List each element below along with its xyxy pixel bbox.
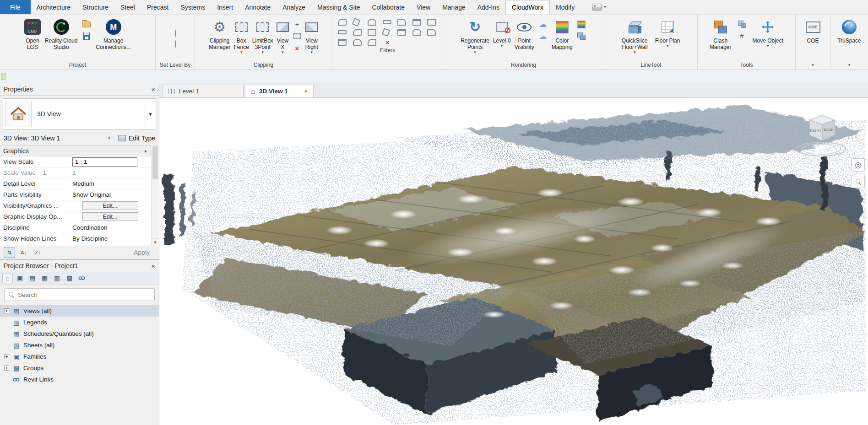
ribbon-tab-view[interactable]: View — [411, 0, 436, 14]
fitting-icon[interactable] — [397, 19, 406, 26]
fitting-icon[interactable] — [368, 39, 376, 46]
floor-plan-button[interactable]: Floor Plan ▾ — [654, 16, 682, 49]
fitting-icon[interactable] — [412, 29, 421, 36]
3d-viewport[interactable]: RIGHT BACK ◎ — [159, 98, 868, 425]
fitting-icon[interactable] — [353, 29, 362, 36]
view-tab-3d-view-1[interactable]: ⌂ 3D View 1 × — [245, 85, 314, 97]
expand-icon[interactable] — [4, 354, 9, 359]
section-header-graphics[interactable]: Graphics ▲ — [0, 145, 151, 156]
limitbox-3point-button[interactable]: LimitBox 3Point ▾ — [251, 16, 275, 56]
browser-search-box[interactable] — [4, 288, 155, 301]
tools-grid-button[interactable]: # — [737, 32, 747, 41]
group-list-button[interactable]: ▩ — [64, 274, 75, 283]
sort-ascending-button[interactable]: A↓ — [18, 247, 29, 258]
move-object-button[interactable]: Move Object ▾ — [751, 16, 785, 49]
chevron-down-icon[interactable]: ▾ — [145, 99, 156, 129]
home-view-button[interactable]: ⌂ — [2, 274, 13, 283]
ribbon-tab-manage[interactable]: Manage — [436, 0, 472, 14]
group-label-linetool[interactable]: LineTool — [604, 60, 697, 70]
search-input[interactable] — [18, 291, 150, 298]
fitting-delete-button[interactable]: × — [383, 39, 393, 46]
ribbon-tab-cloudworx[interactable]: CloudWorx — [505, 0, 550, 14]
ribbon-tab-precast[interactable]: Precast — [141, 0, 174, 14]
tree-item-families[interactable]: ▣ Families — [0, 351, 159, 362]
clipping-manager-button[interactable]: ⚙ Clipping Manager — [207, 16, 232, 52]
fitting-icon[interactable] — [382, 28, 390, 37]
reality-cloud-studio-button[interactable]: Reality Cloud Studio — [43, 16, 79, 52]
tree-item-views[interactable]: ▤ Views (all) — [0, 305, 159, 317]
instance-selector[interactable]: 3D View: 3D View 1 — [4, 134, 105, 142]
sheet-list-button[interactable]: ▥ — [52, 274, 62, 283]
close-icon[interactable]: × — [151, 86, 155, 93]
visibility-graphics-edit-button[interactable]: Edit... — [82, 201, 138, 210]
fitting-icon[interactable] — [338, 19, 347, 26]
clip-remove-button[interactable]: × — [292, 43, 302, 53]
ribbon-tab-systems[interactable]: Systems — [174, 0, 211, 14]
ribbon-tab-modify[interactable]: Modify — [550, 0, 580, 14]
level-0-button[interactable]: Level 0 ▾ — [492, 16, 512, 49]
group-label-project[interactable]: Project — [0, 60, 155, 70]
close-icon[interactable]: × — [151, 262, 155, 270]
point-cloud-option-button[interactable]: ☁ — [538, 32, 548, 41]
fitting-icon[interactable] — [353, 39, 362, 46]
apply-button[interactable]: Apply — [128, 248, 155, 257]
parts-visibility-value[interactable]: Show Original — [69, 189, 151, 200]
open-project-button[interactable] — [81, 20, 92, 29]
scroll-down-icon[interactable]: ▼ — [152, 238, 159, 246]
clip-box-small-button[interactable] — [292, 32, 302, 41]
group-label-fitters[interactable]: Fitters — [332, 46, 443, 55]
scrollbar-thumb[interactable] — [152, 146, 158, 179]
view-x-button[interactable]: View X ▾ — [275, 16, 290, 56]
clip-add-button[interactable]: + — [292, 20, 302, 29]
edit-type-button[interactable]: Edit Type — [114, 134, 155, 142]
expand-all-button[interactable]: ▣ — [15, 274, 25, 283]
group-label-set-level-by[interactable]: Set Level By — [156, 60, 195, 70]
properties-scrollbar[interactable]: ▼ — [151, 145, 159, 246]
detail-level-value[interactable]: Medium — [69, 178, 151, 189]
render-option-button[interactable] — [576, 32, 586, 41]
set-level-sphere-small-button[interactable] — [175, 40, 176, 48]
fitting-icon[interactable] — [338, 39, 347, 46]
open-lgs-button[interactable]: LGS Open LGS — [23, 16, 42, 52]
collapse-section-icon[interactable]: ▲ — [143, 148, 148, 153]
tree-item-sheets[interactable]: ▧ Sheets (all) — [0, 339, 159, 351]
view-scale-input[interactable] — [72, 157, 137, 167]
point-cloud-option-button[interactable]: ☁ — [538, 20, 548, 29]
fitting-icon[interactable] — [412, 19, 421, 26]
box-fence-button[interactable]: Box Fence ▾ — [232, 16, 250, 56]
fitting-icon[interactable] — [338, 30, 347, 34]
viewcube[interactable]: RIGHT BACK — [792, 110, 852, 161]
close-tab-icon[interactable]: × — [304, 88, 308, 95]
color-mapping-button[interactable]: Color Mapping — [550, 16, 574, 52]
ribbon-tab-annotate[interactable]: Annotate — [239, 0, 277, 14]
tree-item-legends[interactable]: ▥ Legends — [0, 317, 159, 328]
expand-icon[interactable] — [4, 308, 9, 313]
ribbon-tab-structure[interactable]: Structure — [76, 0, 114, 14]
view-right-button[interactable]: View Right ▾ — [304, 16, 320, 56]
group-label-tools[interactable]: Tools — [698, 60, 795, 70]
discipline-value[interactable]: Coordination — [69, 222, 151, 233]
graphic-display-edit-button[interactable]: Edit... — [82, 212, 138, 221]
quickslice-floor-wall-button[interactable]: QuickSlice Floor+Wall ▾ — [620, 16, 649, 56]
ribbon-tab-analyze[interactable]: Analyze — [277, 0, 311, 14]
ribbon-tab-insert[interactable]: Insert — [211, 0, 239, 14]
file-menu-button[interactable]: File — [0, 0, 31, 14]
show-hidden-lines-value[interactable]: By Discipline — [69, 233, 151, 244]
fitting-icon[interactable] — [368, 19, 376, 26]
type-selector[interactable]: 3D View ▾ — [3, 98, 156, 129]
steering-wheel-button[interactable]: ◎ — [852, 158, 865, 172]
coe-button[interactable]: COE COE — [804, 16, 822, 45]
group-label-rendering[interactable]: Rendering — [443, 60, 604, 70]
ribbon-tab-add-ins[interactable]: Add-Ins — [472, 0, 505, 14]
fitting-icon[interactable] — [427, 19, 436, 26]
ribbon-tab-architecture[interactable]: Architecture — [31, 0, 77, 14]
color-preset-button[interactable] — [576, 20, 586, 29]
chevron-down-icon[interactable]: ▾ — [108, 136, 110, 140]
group-expander-coe[interactable]: ▾ — [796, 60, 830, 70]
fitting-icon[interactable] — [352, 18, 360, 27]
group-label-clipping[interactable]: Clipping — [195, 60, 332, 70]
zoom-button[interactable] — [852, 175, 865, 188]
tools-layers-button[interactable] — [737, 20, 747, 29]
save-project-button[interactable] — [81, 32, 92, 41]
regenerate-points-button[interactable]: ↻ Regenerate Points ▾ — [459, 16, 491, 56]
